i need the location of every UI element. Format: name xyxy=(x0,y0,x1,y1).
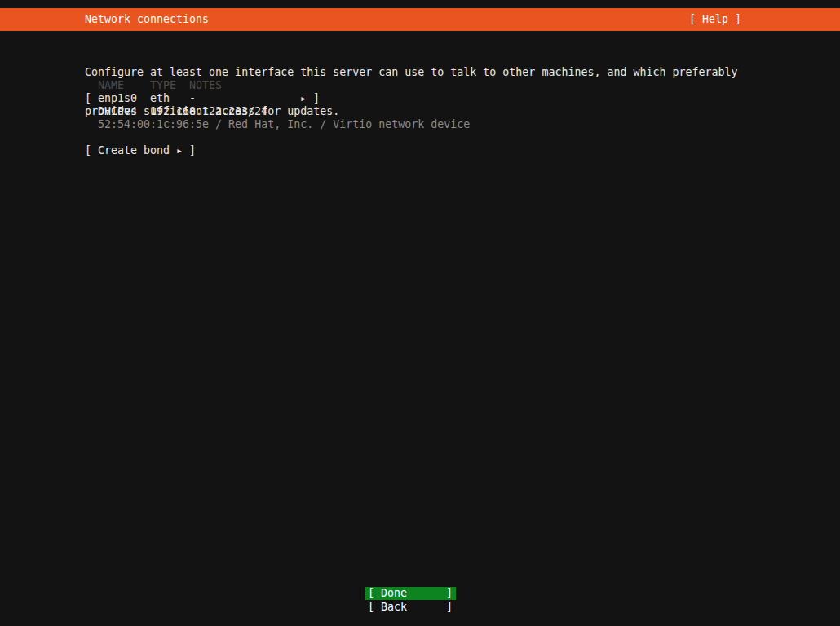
intro-line-1: Configure at least one interface this se… xyxy=(85,66,738,79)
back-button[interactable]: [ Back ] xyxy=(365,601,456,614)
table-header-row: NAME TYPE NOTES xyxy=(85,79,329,92)
create-bond-button[interactable]: [ Create bond ▸ ] xyxy=(85,144,196,157)
bracket-close: ] xyxy=(313,92,320,105)
back-button-label: [ Back xyxy=(368,601,407,614)
done-button[interactable]: [ Done ] xyxy=(365,587,456,600)
device-info-text: 52:54:00:1c:96:5e / Red Hat, Inc. / Virt… xyxy=(98,118,470,131)
titlebar: Network connections [ Help ] xyxy=(0,8,840,31)
dhcp-address: 192.168.122.233/24 xyxy=(150,105,267,118)
column-header-notes: NOTES xyxy=(189,79,222,92)
interface-type: eth xyxy=(150,92,170,105)
device-info-row: 52:54:00:1c:96:5e / Red Hat, Inc. / Virt… xyxy=(85,118,574,131)
interface-row[interactable]: [ enp1s0 eth - ▸ ] xyxy=(85,92,329,105)
help-button[interactable]: [ Help ] xyxy=(689,8,741,31)
done-button-bracket-close: ] xyxy=(446,587,453,600)
interface-notes: - xyxy=(189,92,196,105)
dhcp-row: DHCPv4 192.168.122.233/24 xyxy=(85,105,329,118)
done-button-label: [ Done xyxy=(368,587,407,600)
column-header-type: TYPE xyxy=(150,79,176,92)
page-title: Network connections xyxy=(85,8,209,31)
expand-arrow-icon: ▸ xyxy=(300,92,307,105)
interface-name: enp1s0 xyxy=(98,92,137,105)
column-header-name: NAME xyxy=(98,79,124,92)
bracket-open: [ xyxy=(85,92,91,105)
dhcp-label: DHCPv4 xyxy=(98,105,137,118)
back-button-bracket-close: ] xyxy=(446,601,453,614)
network-connections-screen: Network connections [ Help ] Configure a… xyxy=(0,0,840,626)
